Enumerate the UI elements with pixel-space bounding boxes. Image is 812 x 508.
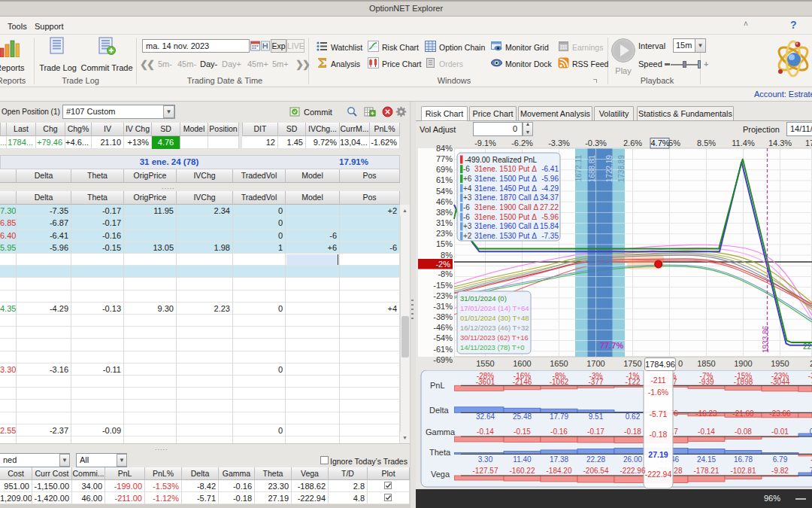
svg-text:-939: -939 (698, 378, 714, 386)
svg-text:16.78: 16.78 (734, 455, 753, 464)
svg-text:-377: -377 (588, 378, 603, 386)
svg-text:23%: 23% (436, 229, 453, 238)
svg-text:Gamma: Gamma (426, 427, 456, 437)
svg-text:22.28: 22.28 (586, 455, 605, 464)
svg-text:-6.41: -6.41 (541, 165, 559, 173)
svg-text:0: 0 (678, 359, 683, 368)
svg-text:31ene. 1510 Put Δ: 31ene. 1510 Put Δ (474, 165, 537, 173)
svg-text:17.2%: 17.2% (805, 138, 812, 148)
svg-text:-23.66: -23.66 (769, 409, 791, 418)
svg-text:26.00: 26.00 (623, 455, 642, 464)
svg-text:-0.18: -0.18 (650, 430, 668, 439)
svg-text:31ene. 1450 Put Δ: 31ene. 1450 Put Δ (474, 184, 537, 193)
svg-text:-6: -6 (463, 203, 470, 211)
svg-text:1738.89: 1738.89 (617, 155, 626, 183)
svg-text:16/12/2023 (46) T+32: 16/12/2023 (46) T+32 (460, 324, 529, 332)
svg-text:69%: 69% (436, 165, 453, 174)
svg-text:-5.71: -5.71 (650, 409, 668, 418)
svg-text:-1.6%: -1.6% (648, 388, 668, 397)
svg-text:-222.94: -222.94 (645, 470, 672, 479)
svg-text:31%: 31% (436, 218, 453, 227)
svg-text:5%: 5% (668, 138, 680, 148)
svg-text:-0.16: -0.16 (550, 427, 568, 436)
svg-text:-3044: -3044 (771, 378, 790, 386)
svg-text:-0.15: -0.15 (514, 427, 531, 436)
svg-text:27.22: 27.22 (540, 203, 559, 211)
svg-text:+4: +4 (463, 184, 472, 193)
svg-text:1688.81: 1688.81 (588, 155, 596, 183)
svg-text:-206.54: -206.54 (583, 467, 609, 475)
svg-text:31ene. 1530 Put Δ: 31ene. 1530 Put Δ (474, 232, 537, 240)
svg-text:4.7%: 4.7% (650, 138, 669, 148)
svg-text:-127.57: -127.57 (473, 467, 498, 475)
svg-text:-21.60: -21.60 (732, 409, 754, 418)
svg-text:-0.08: -0.08 (735, 427, 752, 436)
svg-text:1900: 1900 (734, 359, 752, 368)
svg-text:-0.17: -0.17 (587, 427, 604, 436)
svg-text:0.62: 0.62 (626, 412, 641, 421)
svg-text:-61%: -61% (433, 345, 453, 354)
svg-text:-6: -6 (463, 213, 470, 221)
svg-text:-38%: -38% (433, 312, 453, 321)
svg-text:46%: 46% (436, 197, 453, 206)
svg-text:2.6%: 2.6% (623, 138, 642, 148)
svg-text:14.3%: 14.3% (768, 138, 792, 148)
svg-text:-0.14: -0.14 (477, 427, 494, 436)
svg-text:-3.3%: -3.3% (548, 138, 570, 148)
svg-text:31ene. 1500 Put Δ: 31ene. 1500 Put Δ (474, 213, 537, 221)
svg-text:31ene. 1870 Call Δ: 31ene. 1870 Call Δ (474, 193, 538, 202)
svg-text:+3: +3 (463, 222, 472, 230)
svg-text:17.79: 17.79 (550, 412, 568, 421)
svg-text:-9.1%: -9.1% (474, 138, 496, 148)
svg-text:27.19: 27.19 (648, 450, 668, 459)
svg-text:+6: +6 (463, 175, 472, 183)
svg-text:-0.3%: -0.3% (585, 138, 607, 148)
svg-text:-102.81: -102.81 (731, 467, 756, 475)
svg-text:1672.11: 1672.11 (574, 155, 583, 182)
svg-text:1650: 1650 (550, 359, 568, 368)
svg-text:3.30: 3.30 (478, 455, 493, 464)
svg-text:24.15: 24.15 (697, 455, 716, 464)
svg-text:-3601: -3601 (476, 378, 495, 386)
svg-text:8.5%: 8.5% (697, 138, 716, 148)
svg-text:-5.96: -5.96 (541, 213, 559, 221)
svg-text:31/01/2024 (0): 31/01/2024 (0) (460, 294, 507, 303)
svg-text:-0.01: -0.01 (771, 427, 789, 436)
svg-text:15%: 15% (436, 239, 453, 248)
svg-text:Delta: Delta (429, 406, 450, 415)
svg-text:11.4%: 11.4% (732, 138, 755, 148)
svg-text:-184.20: -184.20 (547, 467, 572, 475)
svg-text:25.48: 25.48 (513, 412, 532, 421)
svg-text:-5.96: -5.96 (541, 175, 559, 183)
svg-text:1600: 1600 (513, 359, 531, 368)
svg-text:-499.00 Realized PnL: -499.00 Realized PnL (465, 156, 538, 164)
svg-text:1550: 1550 (476, 359, 494, 368)
svg-text:6.79: 6.79 (773, 455, 788, 464)
svg-text:9.51: 9.51 (589, 412, 604, 421)
svg-text:-15%: -15% (433, 281, 453, 290)
svg-text:-6.2%: -6.2% (511, 138, 533, 148)
svg-text:+3: +3 (463, 193, 472, 202)
svg-text:-1062: -1062 (550, 378, 569, 386)
svg-text:-9.82: -9.82 (771, 467, 789, 475)
svg-text:31ene. 1960 Call Δ: 31ene. 1960 Call Δ (474, 222, 538, 230)
svg-text:-2%: -2% (435, 260, 450, 269)
svg-text:38%: 38% (436, 208, 453, 217)
svg-text:54%: 54% (436, 187, 453, 196)
svg-text:1850: 1850 (697, 359, 715, 368)
svg-text:14/11/2023 (78) T+0: 14/11/2023 (78) T+0 (460, 343, 524, 351)
svg-text:1722.19: 1722.19 (605, 155, 614, 183)
svg-text:Vega: Vega (431, 470, 450, 479)
svg-text:17/01/2024 (14) T+64: 17/01/2024 (14) T+64 (460, 304, 529, 312)
svg-text:84%: 84% (436, 144, 453, 153)
svg-text:77.7%: 77.7% (600, 341, 623, 350)
svg-text:-0.18: -0.18 (624, 427, 641, 436)
svg-text:22: 22 (803, 342, 812, 351)
svg-text:11.40: 11.40 (513, 455, 532, 464)
svg-text:-7.35: -7.35 (541, 232, 559, 240)
svg-text:15.84: 15.84 (540, 222, 559, 230)
svg-text:1700: 1700 (586, 359, 604, 368)
svg-text:-69%: -69% (433, 355, 453, 364)
svg-text:01/01/2024 (30) T+48: 01/01/2024 (30) T+48 (460, 314, 529, 322)
svg-text:-2146: -2146 (513, 378, 532, 386)
